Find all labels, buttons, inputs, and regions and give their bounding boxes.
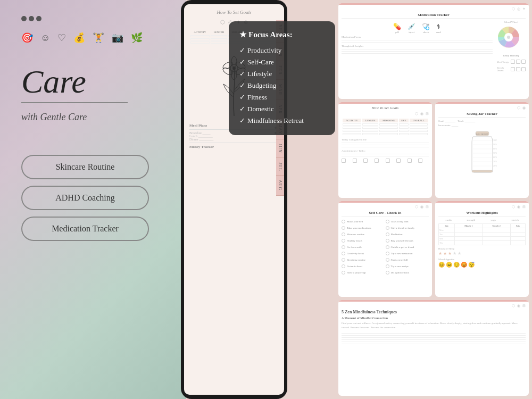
col-length: LENGTH [362,119,378,122]
tracker-grid [342,159,429,163]
sc-item-1[interactable]: Make your bed [342,220,385,223]
jar-svg: YOU DID IT! 100% 90% 80% 70% 60% 50% 40% [468,129,497,177]
med-icon-3: ✦ [522,7,526,11]
medication-tracker-button[interactable]: Medication Tracker [21,217,149,241]
sc-item-5[interactable]: Skincare routine [342,232,385,236]
check-circle-2[interactable] [386,220,389,223]
mind-line-2 [342,335,526,336]
pill-icon: 💊 [393,23,401,31]
sc-icon-2: ◉ [420,205,423,209]
sleep-star-2: ★ [443,251,447,256]
tab-aug[interactable]: AUG [276,176,284,195]
sc-icon-1: ⬡ [415,205,418,209]
check-circle-9[interactable] [342,245,345,249]
sc-label-17: Have a prayer/tap [347,271,366,274]
sc-item-13[interactable]: Breathing routine [342,258,385,262]
sc-item-16[interactable]: Try a new recipe [386,264,429,268]
check-circle-6[interactable] [386,232,389,236]
check-circle-14[interactable] [386,258,389,262]
tg-5[interactable] [386,159,390,163]
check-circle-13[interactable] [342,258,345,262]
title-divider [21,102,128,103]
mind-line-1 [342,333,526,334]
sc-item-6[interactable]: Meditation [386,232,429,236]
sc-item-10[interactable]: Cuddle a pet or friend [386,245,429,249]
tablet-title-bar: How To Set Goals [184,4,284,17]
focus-item-domestic[interactable]: Domestic [239,103,325,115]
drop-icon: 💉 [408,23,415,31]
check-circle-7[interactable] [342,239,345,243]
sleep-cbox-2[interactable] [516,67,520,71]
tab-jun[interactable]: JUN [276,139,284,158]
tab-jul[interactable]: JUL [276,158,284,176]
apt-line-2 [342,156,429,156]
sc-label-2: Take a long bath [391,220,409,223]
sc-item-8[interactable]: Buy yourself flowers [386,239,429,243]
tg-3[interactable] [363,159,368,163]
check-circle-17[interactable] [342,271,345,275]
health-icon: 🩺 [422,23,430,31]
focus-item-selfcare[interactable]: Self-Care [239,56,325,68]
check-circle-15[interactable] [342,264,345,268]
check-circle-4[interactable] [386,226,389,230]
check-circle-11[interactable] [342,252,345,255]
sc-label-18: Do a photo-shoot [391,271,410,274]
sc-item-14[interactable]: Start a new skill [386,258,429,262]
sleep-cbox-3[interactable] [521,67,526,71]
goals-page-icons: ⬡ ◉ ⊞ [342,112,429,116]
check-circle-10[interactable] [386,245,389,249]
focus-item-budgeting[interactable]: Budgeting [239,80,325,92]
smile-icon: ☺ [40,32,50,44]
sc-item-7[interactable]: Healthy meals [342,239,385,243]
sleep-section: Hours of Sleep ★ ★ ★ ★ ★ [438,247,526,256]
tg-6[interactable] [396,159,401,163]
tg-2[interactable] [353,159,357,163]
focus-item-mindfulness[interactable]: Mindfulness Retreat [239,115,325,127]
check-circle-3[interactable] [342,226,345,230]
med-icon-2: ◎ [517,7,520,11]
svg-rect-28 [472,170,493,172]
wo-page-icons: ⬡ ◉ ⊞ [438,205,526,209]
focus-item-lifestyle[interactable]: Lifestyle [239,68,325,80]
tg-4[interactable] [375,159,379,163]
sleep-cbox-1[interactable] [511,67,515,71]
svg-text:60%: 60% [493,156,497,159]
sc-item-9[interactable]: Go for a walk [342,245,385,249]
mind-line-6 [342,344,526,344]
cbox-2[interactable] [516,60,520,64]
check-circle-12[interactable] [386,252,389,255]
cbox-1[interactable] [511,60,515,64]
sc-item-3[interactable]: Take your medications [342,226,385,230]
workout-types: cardio strength yoga stretch [438,219,526,221]
check-circle-18[interactable] [386,271,389,275]
money-icon: 💰 [73,32,85,44]
focus-item-fitness[interactable]: Fitness [239,92,325,103]
check-circle-16[interactable] [386,264,389,268]
sc-icon-3: ⊞ [426,205,429,209]
jar-svg-container: YOU DID IT! 100% 90% 80% 70% 60% 50% 40% [438,129,526,177]
sc-item-11[interactable]: Creativity break [342,252,385,255]
sc-item-2[interactable]: Take a long bath [386,220,429,223]
cbox-3[interactable] [521,60,526,64]
tg-7[interactable] [408,159,412,163]
check-circle-5[interactable] [342,232,345,236]
focus-item-productivity[interactable]: Productivity [239,45,325,56]
mindfulness-subtitle: A Moment of Mindful Connection [342,317,526,320]
sc-item-17[interactable]: Have a prayer/tap [342,271,385,275]
adhd-coaching-button[interactable]: ADHD Coaching [21,186,149,210]
workout-title: Workout Highlights [438,211,526,217]
tg-8[interactable] [418,159,422,163]
skincare-routine-button[interactable]: Skincare Routine [21,155,149,179]
sc-item-15[interactable]: Listen to heart [342,264,385,268]
pink-strip-jar [435,102,529,104]
sc-item-4[interactable]: Call a friend or family [386,226,429,230]
check-circle-8[interactable] [386,239,389,243]
sc-label-8: Buy yourself flowers [391,239,413,242]
jar-fields: Goal: ________ Total: ________ [438,120,526,122]
sc-item-18[interactable]: Do a photo-shoot [386,271,429,275]
tg-1[interactable] [342,159,346,163]
sc-label-10: Cuddle a pet or friend [391,246,414,248]
sc-item-12[interactable]: Try a new restaurant [386,252,429,255]
im-grateful-label: Today I am grateful for: [342,138,429,141]
check-circle-1[interactable] [342,220,345,223]
